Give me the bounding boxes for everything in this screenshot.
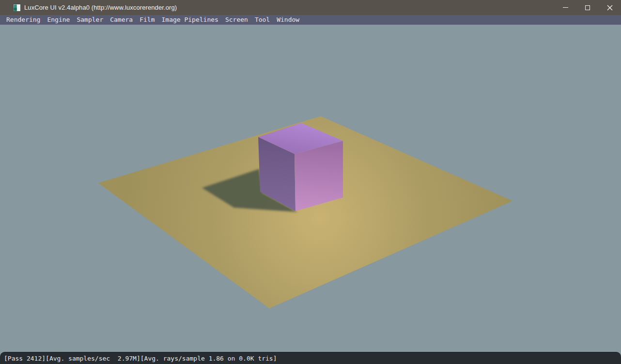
menu-item-sampler[interactable]: Sampler [73,15,107,25]
app-window: LuxCore UI v2.4alpha0 (http://www.luxcor… [0,0,621,364]
menu-item-image-pipelines[interactable]: Image Pipelines [158,15,222,25]
menu-item-rendering[interactable]: Rendering [3,15,44,25]
title-bar: LuxCore UI v2.4alpha0 (http://www.luxcor… [0,0,621,15]
status-bar: [Pass 2412][Avg. samples/sec 2.97M][Avg.… [0,352,621,364]
minimize-button[interactable] [554,0,576,15]
menu-item-tool[interactable]: Tool [251,15,273,25]
close-icon [607,5,613,11]
menu-item-engine[interactable]: Engine [44,15,73,25]
menu-item-screen[interactable]: Screen [222,15,251,25]
app-icon [13,4,21,12]
maximize-icon [585,5,590,10]
menu-item-camera[interactable]: Camera [107,15,136,25]
maximize-button[interactable] [576,0,599,15]
menu-bar: Rendering Engine Sampler Camera Film Ima… [0,15,621,25]
minimize-icon [563,7,568,8]
window-controls [554,0,621,15]
rendered-scene [0,25,621,364]
render-stats: [Pass 2412][Avg. samples/sec 2.97M][Avg.… [4,355,277,362]
render-viewport[interactable]: [Pass 2412][Avg. samples/sec 2.97M][Avg.… [0,25,621,364]
close-button[interactable] [599,0,621,15]
window-title: LuxCore UI v2.4alpha0 (http://www.luxcor… [24,4,177,11]
menu-item-film[interactable]: Film [136,15,158,25]
menu-item-window[interactable]: Window [273,15,303,25]
